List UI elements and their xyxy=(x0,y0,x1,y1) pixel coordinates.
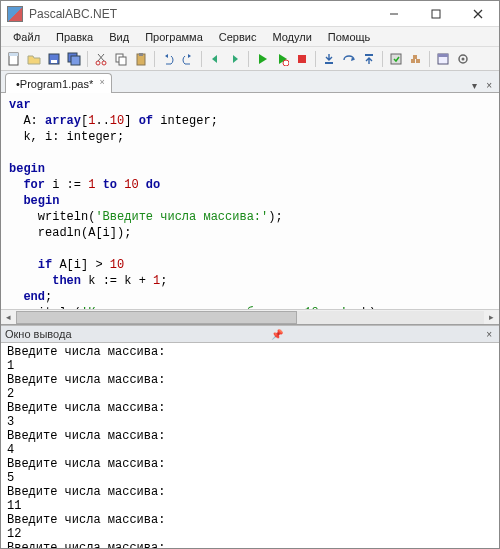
svg-rect-22 xyxy=(391,54,401,64)
close-panel-icon[interactable]: × xyxy=(483,329,495,340)
svg-rect-21 xyxy=(365,54,373,56)
toolbar-separator xyxy=(154,51,155,67)
tab-label: •Program1.pas* xyxy=(16,78,93,90)
compile-icon[interactable] xyxy=(387,50,405,68)
toolbar-separator xyxy=(382,51,383,67)
svg-rect-19 xyxy=(298,55,306,63)
tab-dropdown-icon[interactable]: ▾ xyxy=(469,79,480,92)
menu-файл[interactable]: Файл xyxy=(5,29,48,45)
svg-rect-27 xyxy=(438,54,448,57)
toolbar-separator xyxy=(201,51,202,67)
svg-point-18 xyxy=(283,60,289,66)
run-icon[interactable] xyxy=(253,50,271,68)
step-over-icon[interactable] xyxy=(340,50,358,68)
output-panel-body[interactable]: Введите числа массива: 1 Введите числа м… xyxy=(1,343,499,548)
output-panel-header: Окно вывода 📌 × xyxy=(1,325,499,343)
menu-сервис[interactable]: Сервис xyxy=(211,29,265,45)
menu-помощь[interactable]: Помощь xyxy=(320,29,379,45)
open-file-icon[interactable] xyxy=(25,50,43,68)
tab-close-panel-icon[interactable]: × xyxy=(483,79,495,92)
svg-rect-24 xyxy=(416,59,420,63)
toolbar xyxy=(1,47,499,71)
svg-rect-5 xyxy=(9,53,18,56)
svg-rect-1 xyxy=(432,10,440,18)
run-no-debug-icon[interactable] xyxy=(273,50,291,68)
svg-rect-9 xyxy=(71,56,80,65)
menu-модули[interactable]: Модули xyxy=(264,29,319,45)
undo-icon[interactable] xyxy=(159,50,177,68)
scroll-right-icon[interactable]: ▸ xyxy=(484,311,499,324)
maximize-button[interactable] xyxy=(415,1,457,26)
toolbar-separator xyxy=(429,51,430,67)
nav-back-icon[interactable] xyxy=(206,50,224,68)
nav-fwd-icon[interactable] xyxy=(226,50,244,68)
svg-point-10 xyxy=(96,61,100,65)
tab-program1[interactable]: •Program1.pas* × xyxy=(5,73,112,93)
copy-icon[interactable] xyxy=(112,50,130,68)
toolbar-separator xyxy=(87,51,88,67)
app-icon xyxy=(7,6,23,22)
title-bar: PascalABC.NET xyxy=(1,1,499,27)
menu-bar: ФайлПравкаВидПрограммаСервисМодулиПомощь xyxy=(1,27,499,47)
step-into-icon[interactable] xyxy=(320,50,338,68)
toolbar-separator xyxy=(315,51,316,67)
save-all-icon[interactable] xyxy=(65,50,83,68)
close-button[interactable] xyxy=(457,1,499,26)
menu-правка[interactable]: Правка xyxy=(48,29,101,45)
svg-rect-7 xyxy=(51,60,57,63)
code-editor[interactable]: var A: array[1..10] of integer; k, i: in… xyxy=(1,93,499,309)
svg-point-29 xyxy=(462,57,465,60)
svg-rect-17 xyxy=(139,53,143,56)
svg-rect-15 xyxy=(119,57,126,65)
svg-rect-25 xyxy=(413,55,417,59)
menu-программа[interactable]: Программа xyxy=(137,29,211,45)
menu-вид[interactable]: Вид xyxy=(101,29,137,45)
svg-rect-23 xyxy=(411,59,415,63)
save-icon[interactable] xyxy=(45,50,63,68)
scroll-left-icon[interactable]: ◂ xyxy=(1,311,16,324)
step-out-icon[interactable] xyxy=(360,50,378,68)
minimize-button[interactable] xyxy=(373,1,415,26)
window-title: PascalABC.NET xyxy=(29,7,373,21)
code-editor-panel: var A: array[1..10] of integer; k, i: in… xyxy=(1,93,499,325)
form-designer-icon[interactable] xyxy=(434,50,452,68)
scroll-thumb[interactable] xyxy=(16,311,297,324)
paste-icon[interactable] xyxy=(132,50,150,68)
pin-icon[interactable]: 📌 xyxy=(268,329,286,340)
tab-close-icon[interactable]: × xyxy=(97,77,107,87)
svg-rect-20 xyxy=(325,62,333,64)
options-icon[interactable] xyxy=(454,50,472,68)
output-panel-title: Окно вывода xyxy=(5,328,72,340)
scroll-track[interactable] xyxy=(16,311,484,324)
tab-bar: •Program1.pas* × ▾ × xyxy=(1,71,499,93)
build-icon[interactable] xyxy=(407,50,425,68)
toolbar-separator xyxy=(248,51,249,67)
svg-point-11 xyxy=(102,61,106,65)
new-file-icon[interactable] xyxy=(5,50,23,68)
cut-icon[interactable] xyxy=(92,50,110,68)
stop-icon[interactable] xyxy=(293,50,311,68)
horizontal-scrollbar[interactable]: ◂ ▸ xyxy=(1,309,499,324)
redo-icon[interactable] xyxy=(179,50,197,68)
window-controls xyxy=(373,1,499,26)
